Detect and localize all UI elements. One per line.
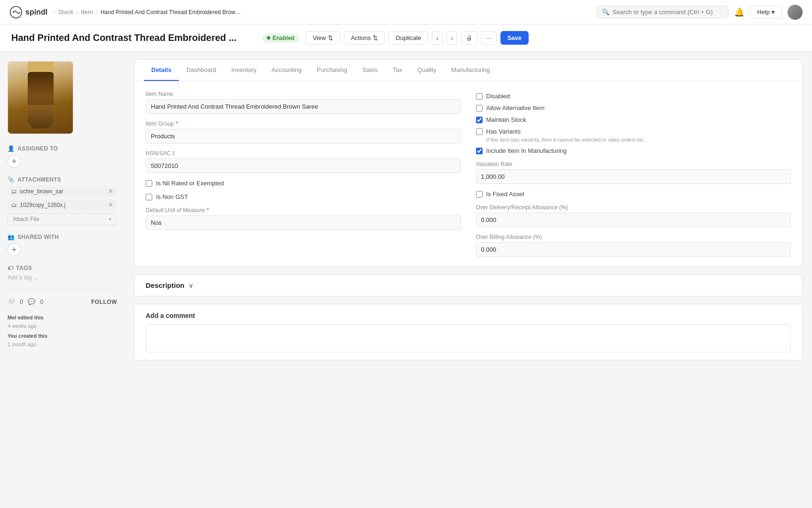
valuation-rate-input[interactable] [476,169,791,184]
duplicate-button[interactable]: Duplicate [389,31,428,45]
breadcrumb-item[interactable]: Item [81,8,93,16]
assigned-to-label: Assigned To [17,145,58,152]
default-uom-group: Default Unit of Measure * [146,207,461,230]
is-nil-rated-checkbox-row[interactable]: Is Nil Rated or Exempted [146,180,461,187]
include-mfg-checkbox[interactable] [476,148,483,154]
is-nil-rated-group: Is Nil Rated or Exempted [146,180,461,187]
maintain-stock-checkbox-row[interactable]: Maintain Stock [476,116,791,123]
activity-bar: 🤍 0 💬 0 FOLLOW [8,298,117,305]
assigned-to-section: 👤 Assigned To + [8,145,117,168]
help-button[interactable]: Help ▾ [750,5,782,19]
save-button[interactable]: Save [500,31,529,45]
file-icon: 🗂 [11,188,17,195]
maintain-stock-checkbox[interactable] [476,117,483,123]
is-nil-rated-checkbox[interactable] [146,180,152,187]
chevron-down-icon: ⇅ [373,34,378,41]
attachment-1: 🗂 ochre_brown_sar ✕ [8,186,117,197]
item-name-group: Item Name [146,91,461,114]
remove-attachment-2[interactable]: ✕ [108,201,113,208]
is-fixed-asset-checkbox[interactable] [476,191,483,198]
has-variants-checkbox-row[interactable]: Has Variants [476,128,791,135]
tab-quality[interactable]: Quality [410,60,444,81]
remove-attachment-1[interactable]: ✕ [108,188,113,195]
item-group-group: Item Group * [146,120,461,143]
page-header: Hand Printed And Contrast Thread Embroid… [0,24,812,52]
is-non-gst-checkbox[interactable] [146,194,152,200]
add-shared-button[interactable]: + [8,243,21,256]
tabs: Details Dashboard Inventory Accounting P… [134,60,802,81]
description-header[interactable]: Description ∨ [134,275,802,296]
view-button[interactable]: View ⇅ [306,31,340,45]
tag-icon: 🏷 [8,265,13,271]
over-delivery-group: Over Delivery/Receipt Allowance (%) [476,204,791,227]
add-tag-input[interactable]: Add a tag ... [8,274,117,281]
comment-icon[interactable]: 💬 [28,298,35,305]
breadcrumb: › Stock › Item › Hand Printed And Contra… [53,8,242,16]
sidebar-divider [8,289,117,290]
breadcrumb-sep1: › [53,8,55,16]
hsn-sac-group: HSN/SAC ℹ [146,150,461,173]
over-billing-group: Over Billing Allowance (%) [476,234,791,257]
form-left-col: Item Name Item Group * HSN/SAC ℹ [146,91,461,257]
shared-with-label: Shared With [17,234,59,240]
comment-section: Add a comment [134,304,803,360]
paperclip-icon: 📎 [8,176,15,183]
allow-alt-checkbox[interactable] [476,105,483,111]
has-variants-checkbox[interactable] [476,128,483,135]
search-bar[interactable]: 🔍 [597,6,728,18]
file-icon-2: 🗂 [11,202,17,208]
hsn-sac-label: HSN/SAC ℹ [146,150,461,157]
prev-button[interactable]: ‹ [432,32,443,45]
tab-dashboard[interactable]: Dashboard [179,60,224,81]
tab-tax[interactable]: Tax [385,60,410,81]
search-input[interactable] [612,8,723,16]
add-assignee-button[interactable]: + [8,155,21,168]
over-billing-input[interactable] [476,242,791,257]
follow-button[interactable]: FOLLOW [91,299,117,305]
disabled-checkbox[interactable] [476,93,483,100]
item-group-input[interactable] [146,129,461,143]
like-icon[interactable]: 🤍 [8,298,15,305]
comment-box[interactable] [146,324,791,352]
shared-with-section: 👥 Shared With + [8,234,117,256]
form-right-col: Disabled Allow Alternative Item Maintain… [476,91,791,257]
next-button[interactable]: › [446,32,457,45]
tab-details[interactable]: Details [144,60,179,81]
item-name-input[interactable] [146,99,461,114]
is-non-gst-checkbox-row[interactable]: Is Non GST [146,193,461,200]
valuation-rate-label: Valuation Rate [476,161,791,167]
page-title: Hand Printed And Contrast Thread Embroid… [11,32,256,43]
attachment-2: 🗂 1029copy_1260x.j ✕ [8,199,117,210]
avatar[interactable] [788,5,803,20]
topbar: spindl › Stock › Item › Hand Printed And… [0,0,812,24]
hsn-sac-input[interactable] [146,159,461,173]
tab-accounting[interactable]: Accounting [264,60,309,81]
valuation-rate-group: Valuation Rate [476,161,791,184]
details-card: Details Dashboard Inventory Accounting P… [134,59,803,267]
chevron-down-icon: ▾ [772,8,775,16]
tab-purchasing[interactable]: Purchasing [309,60,355,81]
breadcrumb-stock[interactable]: Stock [58,8,73,16]
actions-button[interactable]: Actions ⇅ [344,31,385,45]
tags-label: Tags [16,265,32,271]
tab-sales[interactable]: Sales [355,60,385,81]
disabled-checkbox-row[interactable]: Disabled [476,93,791,100]
breadcrumb-sep2: › [76,8,78,16]
is-fixed-asset-checkbox-row[interactable]: Is Fixed Asset [476,190,791,198]
search-icon: 🔍 [602,8,609,16]
notification-icon[interactable]: 🔔 [734,7,744,17]
default-uom-input[interactable] [146,215,461,230]
more-button[interactable]: ··· [481,31,497,45]
app-logo[interactable]: spindl [9,6,47,19]
main-layout: 👤 Assigned To + 📎 Attachments 🗂 ochre_br… [0,52,812,508]
description-label: Description [146,281,185,289]
include-mfg-checkbox-row[interactable]: Include Item In Manufacturing [476,147,791,154]
has-variants-hint: If this item has variants, then it canno… [486,137,791,143]
print-button[interactable]: 🖨 [461,31,477,45]
tab-manufacturing[interactable]: Manufacturing [444,60,497,81]
attach-file-button[interactable]: Attach File + [8,213,117,225]
tab-inventory[interactable]: Inventory [224,60,264,81]
allow-alt-checkbox-row[interactable]: Allow Alternative Item [476,104,791,111]
over-delivery-input[interactable] [476,213,791,227]
plus-icon: + [109,216,112,222]
